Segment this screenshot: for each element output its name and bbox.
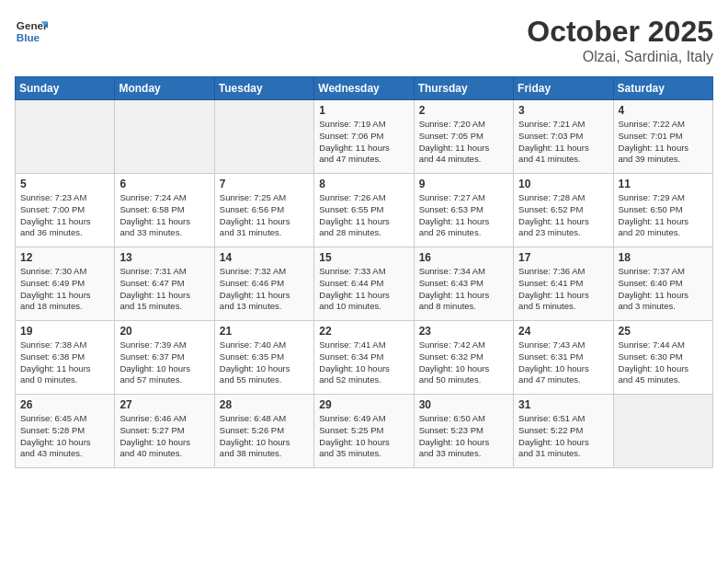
week-row-5: 26Sunrise: 6:45 AM Sunset: 5:28 PM Dayli… [16, 395, 713, 468]
day-number: 11 [619, 178, 708, 190]
week-row-3: 12Sunrise: 7:30 AM Sunset: 6:49 PM Dayli… [16, 247, 713, 321]
calendar-cell: 17Sunrise: 7:36 AM Sunset: 6:41 PM Dayli… [514, 247, 613, 321]
day-number: 15 [319, 251, 408, 264]
day-number: 14 [220, 251, 309, 264]
logo: General Blue [15, 15, 48, 48]
cell-content: Sunrise: 7:36 AM Sunset: 6:41 PM Dayligh… [518, 266, 608, 313]
day-number: 22 [319, 325, 408, 338]
calendar-cell: 26Sunrise: 6:45 AM Sunset: 5:28 PM Dayli… [16, 395, 115, 468]
cell-content: Sunrise: 7:28 AM Sunset: 6:52 PM Dayligh… [518, 192, 608, 239]
header-tuesday: Tuesday [214, 77, 313, 100]
calendar-cell: 1Sunrise: 7:19 AM Sunset: 7:06 PM Daylig… [314, 100, 414, 174]
day-number: 23 [419, 325, 508, 338]
cell-content: Sunrise: 7:33 AM Sunset: 6:44 PM Dayligh… [319, 266, 408, 313]
calendar-cell: 15Sunrise: 7:33 AM Sunset: 6:44 PM Dayli… [314, 247, 414, 321]
day-number: 25 [619, 325, 708, 338]
cell-content: Sunrise: 7:43 AM Sunset: 6:31 PM Dayligh… [518, 339, 608, 386]
calendar-cell: 21Sunrise: 7:40 AM Sunset: 6:35 PM Dayli… [214, 321, 313, 395]
cell-content: Sunrise: 7:25 AM Sunset: 6:56 PM Dayligh… [220, 192, 309, 239]
day-number: 21 [220, 325, 309, 338]
calendar-cell: 9Sunrise: 7:27 AM Sunset: 6:53 PM Daylig… [414, 174, 513, 247]
day-number: 26 [20, 398, 109, 411]
day-number: 28 [220, 398, 309, 411]
cell-content: Sunrise: 7:24 AM Sunset: 6:58 PM Dayligh… [119, 192, 209, 239]
calendar-cell: 6Sunrise: 7:24 AM Sunset: 6:58 PM Daylig… [115, 174, 214, 247]
day-number: 19 [20, 325, 109, 338]
calendar-cell: 27Sunrise: 6:46 AM Sunset: 5:27 PM Dayli… [115, 395, 214, 468]
cell-content: Sunrise: 7:19 AM Sunset: 7:06 PM Dayligh… [319, 119, 408, 166]
calendar-cell: 24Sunrise: 7:43 AM Sunset: 6:31 PM Dayli… [514, 321, 613, 395]
cell-content: Sunrise: 6:48 AM Sunset: 5:26 PM Dayligh… [220, 413, 309, 460]
page-header: General Blue October 2025 Olzai, Sardini… [15, 15, 713, 65]
day-number: 5 [20, 178, 109, 190]
day-number: 18 [619, 251, 708, 264]
calendar-cell: 23Sunrise: 7:42 AM Sunset: 6:32 PM Dayli… [414, 321, 513, 395]
cell-content: Sunrise: 7:40 AM Sunset: 6:35 PM Dayligh… [220, 339, 309, 386]
cell-content: Sunrise: 7:29 AM Sunset: 6:50 PM Dayligh… [619, 192, 708, 239]
calendar-cell: 20Sunrise: 7:39 AM Sunset: 6:37 PM Dayli… [115, 321, 214, 395]
day-number: 27 [119, 398, 209, 411]
calendar-cell [613, 395, 712, 468]
week-row-2: 5Sunrise: 7:23 AM Sunset: 7:00 PM Daylig… [16, 174, 713, 247]
calendar-cell: 4Sunrise: 7:22 AM Sunset: 7:01 PM Daylig… [613, 100, 712, 174]
calendar-title: October 2025 [527, 15, 713, 49]
svg-text:General: General [17, 19, 48, 31]
day-number: 10 [518, 178, 608, 190]
day-number: 16 [419, 251, 508, 264]
day-number: 9 [419, 178, 508, 190]
calendar-cell: 16Sunrise: 7:34 AM Sunset: 6:43 PM Dayli… [414, 247, 513, 321]
calendar-cell: 13Sunrise: 7:31 AM Sunset: 6:47 PM Dayli… [115, 247, 214, 321]
calendar-cell: 12Sunrise: 7:30 AM Sunset: 6:49 PM Dayli… [16, 247, 115, 321]
title-block: October 2025 Olzai, Sardinia, Italy [527, 15, 713, 65]
header-row: SundayMondayTuesdayWednesdayThursdayFrid… [16, 77, 713, 100]
header-thursday: Thursday [414, 77, 513, 100]
day-number: 4 [619, 104, 708, 117]
calendar-cell: 22Sunrise: 7:41 AM Sunset: 6:34 PM Dayli… [314, 321, 414, 395]
calendar-subtitle: Olzai, Sardinia, Italy [527, 49, 713, 65]
day-number: 17 [518, 251, 608, 264]
calendar-cell: 29Sunrise: 6:49 AM Sunset: 5:25 PM Dayli… [314, 395, 414, 468]
cell-content: Sunrise: 7:27 AM Sunset: 6:53 PM Dayligh… [419, 192, 508, 239]
week-row-4: 19Sunrise: 7:38 AM Sunset: 6:38 PM Dayli… [16, 321, 713, 395]
calendar-cell: 14Sunrise: 7:32 AM Sunset: 6:46 PM Dayli… [214, 247, 313, 321]
day-number: 24 [518, 325, 608, 338]
calendar-cell: 18Sunrise: 7:37 AM Sunset: 6:40 PM Dayli… [613, 247, 712, 321]
calendar-cell [16, 100, 115, 174]
day-number: 8 [319, 178, 408, 190]
cell-content: Sunrise: 7:42 AM Sunset: 6:32 PM Dayligh… [419, 339, 508, 386]
cell-content: Sunrise: 6:50 AM Sunset: 5:23 PM Dayligh… [419, 413, 508, 460]
cell-content: Sunrise: 6:45 AM Sunset: 5:28 PM Dayligh… [20, 413, 109, 460]
cell-content: Sunrise: 7:41 AM Sunset: 6:34 PM Dayligh… [319, 339, 408, 386]
calendar-cell [214, 100, 313, 174]
day-number: 30 [419, 398, 508, 411]
day-number: 20 [119, 325, 209, 338]
svg-text:Blue: Blue [17, 31, 40, 43]
day-number: 7 [220, 178, 309, 190]
cell-content: Sunrise: 6:51 AM Sunset: 5:22 PM Dayligh… [518, 413, 608, 460]
calendar-table: SundayMondayTuesdayWednesdayThursdayFrid… [15, 76, 713, 468]
week-row-1: 1Sunrise: 7:19 AM Sunset: 7:06 PM Daylig… [16, 100, 713, 174]
calendar-cell [115, 100, 214, 174]
calendar-cell: 3Sunrise: 7:21 AM Sunset: 7:03 PM Daylig… [514, 100, 613, 174]
cell-content: Sunrise: 6:49 AM Sunset: 5:25 PM Dayligh… [319, 413, 408, 460]
calendar-cell: 28Sunrise: 6:48 AM Sunset: 5:26 PM Dayli… [214, 395, 313, 468]
day-number: 2 [419, 104, 508, 117]
header-sunday: Sunday [16, 77, 115, 100]
cell-content: Sunrise: 7:30 AM Sunset: 6:49 PM Dayligh… [20, 266, 109, 313]
cell-content: Sunrise: 6:46 AM Sunset: 5:27 PM Dayligh… [119, 413, 209, 460]
header-saturday: Saturday [613, 77, 712, 100]
cell-content: Sunrise: 7:22 AM Sunset: 7:01 PM Dayligh… [619, 119, 708, 166]
header-monday: Monday [115, 77, 214, 100]
calendar-cell: 7Sunrise: 7:25 AM Sunset: 6:56 PM Daylig… [214, 174, 313, 247]
calendar-cell: 25Sunrise: 7:44 AM Sunset: 6:30 PM Dayli… [613, 321, 712, 395]
cell-content: Sunrise: 7:21 AM Sunset: 7:03 PM Dayligh… [518, 119, 608, 166]
cell-content: Sunrise: 7:32 AM Sunset: 6:46 PM Dayligh… [220, 266, 309, 313]
day-number: 6 [119, 178, 209, 190]
cell-content: Sunrise: 7:23 AM Sunset: 7:00 PM Dayligh… [20, 192, 109, 239]
day-number: 13 [119, 251, 209, 264]
cell-content: Sunrise: 7:44 AM Sunset: 6:30 PM Dayligh… [619, 339, 708, 386]
header-friday: Friday [514, 77, 613, 100]
cell-content: Sunrise: 7:37 AM Sunset: 6:40 PM Dayligh… [619, 266, 708, 313]
cell-content: Sunrise: 7:31 AM Sunset: 6:47 PM Dayligh… [119, 266, 209, 313]
calendar-cell: 5Sunrise: 7:23 AM Sunset: 7:00 PM Daylig… [16, 174, 115, 247]
